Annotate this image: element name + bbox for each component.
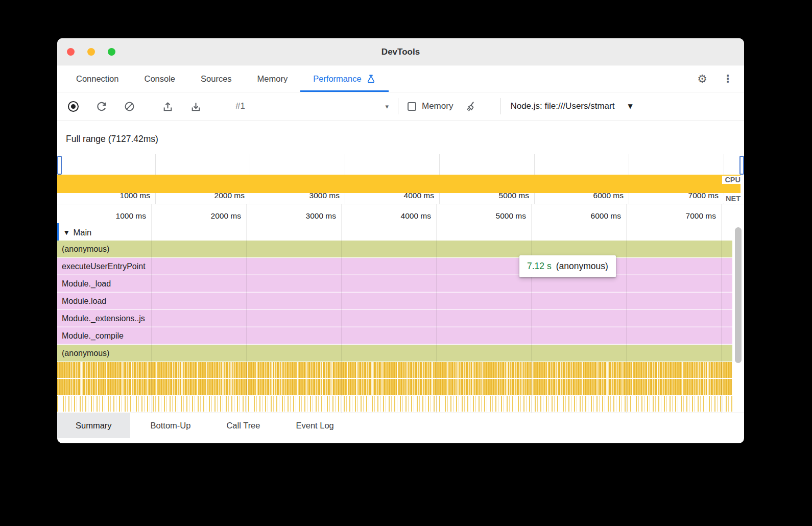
ruler-tick-label: 2000 ms	[211, 211, 241, 221]
traffic-lights	[67, 48, 115, 56]
grid-line	[341, 204, 342, 413]
ruler-tick-label: 4000 ms	[401, 211, 431, 221]
profile-history-value: #1	[235, 101, 245, 111]
devtools-window: DevTools Connection Console Sources Memo…	[57, 38, 744, 443]
tab-connection-label: Connection	[76, 74, 118, 84]
garbage-collect-broom-icon	[465, 101, 477, 112]
tab-sources-label: Sources	[201, 74, 232, 84]
flame-frame-module-extensions-js[interactable]: Module._extensions..js	[57, 310, 732, 327]
collect-garbage-button[interactable]	[463, 99, 479, 114]
selected-track-indicator	[57, 223, 59, 241]
record-button[interactable]	[65, 99, 81, 114]
range-handle-right[interactable]	[739, 156, 744, 175]
net-activity-band[interactable]	[57, 194, 744, 204]
tab-memory[interactable]: Memory	[245, 65, 301, 92]
toolbar-divider	[500, 98, 501, 114]
tab-summary[interactable]: Summary	[57, 413, 130, 438]
tooltip-frame-name: (anonymous)	[556, 261, 608, 272]
grid-line	[626, 204, 627, 413]
minimize-window-button[interactable]	[87, 48, 95, 56]
flame-frame-anonymous[interactable]: (anonymous)	[57, 241, 732, 258]
tab-console[interactable]: Console	[131, 65, 188, 92]
more-options-icon[interactable]: ⋮	[723, 73, 733, 85]
zoom-window-button[interactable]	[108, 48, 115, 56]
save-profile-button[interactable]	[188, 99, 203, 114]
tab-bottom-up[interactable]: Bottom-Up	[135, 413, 206, 438]
record-icon	[68, 101, 79, 112]
flame-frame-module-compile[interactable]: Module._compile	[57, 327, 732, 345]
tab-event-log[interactable]: Event Log	[280, 413, 349, 438]
flame-microtasks-band[interactable]	[57, 379, 732, 395]
grid-line	[436, 204, 437, 413]
settings-gear-icon[interactable]: ⚙	[697, 73, 707, 85]
memory-checkbox-label: Memory	[422, 101, 453, 111]
timeline-overview[interactable]: 1000 ms 2000 ms 3000 ms 4000 ms 5000 ms …	[57, 154, 744, 204]
flame-frame-execute-user-entry-point[interactable]: executeUserEntryPoint	[57, 258, 732, 275]
memory-checkbox[interactable]	[408, 102, 416, 111]
cpu-activity-band[interactable]	[57, 175, 741, 193]
chevron-down-icon: ▾	[385, 103, 389, 110]
target-select-value[interactable]: Node.js: file:///Users/stmart	[510, 101, 614, 111]
net-label: NET	[723, 195, 743, 203]
main-track-header[interactable]: ▼ Main	[57, 225, 744, 241]
tabbar-right-controls: ⚙ ⋮	[697, 65, 744, 92]
ruler-tick-label: 5000 ms	[496, 211, 526, 221]
collapse-triangle-icon[interactable]: ▼	[64, 229, 68, 236]
reload-and-record-button[interactable]	[93, 99, 109, 114]
full-range-label: Full range (7127.42ms)	[57, 121, 744, 154]
profile-history-select[interactable]: #1 ▾	[235, 101, 389, 111]
tab-console-label: Console	[144, 74, 175, 84]
window-title: DevTools	[57, 38, 744, 65]
performance-toolbar: #1 ▾ Memory Node.js: file:///Users/stmar…	[57, 92, 744, 121]
flame-rows: (anonymous) executeUserEntryPoint Module…	[57, 241, 732, 362]
ruler-tick-label: 3000 ms	[306, 211, 336, 221]
block-icon	[124, 101, 135, 112]
tab-performance[interactable]: Performance	[300, 65, 388, 92]
download-icon	[190, 101, 202, 112]
ruler-tick-label: 6000 ms	[591, 211, 621, 221]
close-window-button[interactable]	[67, 48, 75, 56]
tab-memory-label: Memory	[257, 74, 288, 84]
cpu-label: CPU	[722, 176, 743, 184]
grid-line	[151, 204, 152, 413]
range-handle-left[interactable]	[57, 156, 62, 175]
toolbar-divider	[398, 98, 398, 114]
clear-button[interactable]	[122, 99, 137, 114]
flame-frame-anonymous-2[interactable]: (anonymous)	[57, 345, 732, 362]
frame-tooltip: 7.12 s (anonymous)	[519, 255, 616, 277]
grid-line	[721, 204, 722, 413]
upload-icon	[162, 101, 174, 112]
details-tabbar: Summary Bottom-Up Call Tree Event Log	[57, 413, 744, 438]
tooltip-duration: 7.12 s	[527, 261, 552, 272]
flame-microtasks-band[interactable]	[57, 362, 732, 378]
panel-tabbar: Connection Console Sources Memory Perfor…	[57, 65, 744, 92]
main-track-label: Main	[73, 228, 91, 237]
grid-line	[246, 204, 247, 413]
flame-chart[interactable]: 1000 ms 2000 ms 3000 ms 4000 ms 5000 ms …	[57, 204, 744, 413]
grid-line	[531, 204, 532, 413]
reload-icon	[95, 101, 107, 112]
tab-performance-label: Performance	[313, 74, 361, 84]
flame-ruler: 1000 ms 2000 ms 3000 ms 4000 ms 5000 ms …	[57, 204, 744, 225]
flame-frame-module-load-underscore[interactable]: Module._load	[57, 275, 732, 293]
tab-connection[interactable]: Connection	[63, 65, 131, 92]
ruler-tick-label: 7000 ms	[686, 211, 716, 221]
tab-sources[interactable]: Sources	[188, 65, 245, 92]
ruler-tick-label: 1000 ms	[116, 211, 146, 221]
target-chevron-down-icon[interactable]: ▼	[628, 103, 632, 110]
flame-frame-module-load[interactable]: Module.load	[57, 293, 732, 310]
tab-call-tree[interactable]: Call Tree	[211, 413, 275, 438]
load-profile-button[interactable]	[160, 99, 175, 114]
titlebar: DevTools	[57, 38, 744, 65]
vertical-scrollbar-thumb[interactable]	[735, 227, 742, 363]
flask-icon	[366, 74, 376, 84]
flame-microtasks-band[interactable]	[57, 396, 732, 412]
